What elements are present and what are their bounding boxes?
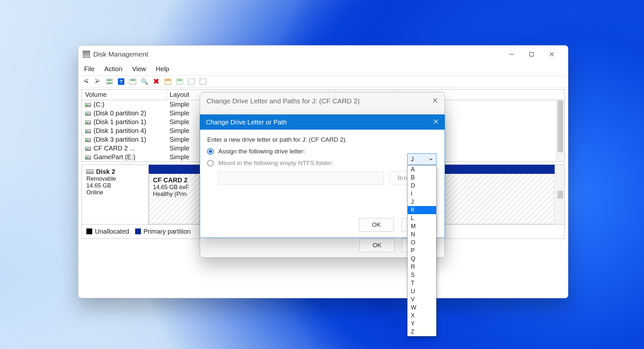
drive-letter-option[interactable]: W bbox=[408, 304, 436, 312]
chevron-down-icon bbox=[429, 156, 433, 163]
app-icon bbox=[83, 51, 90, 58]
svg-rect-1 bbox=[530, 52, 534, 56]
drive-letter-option[interactable]: M bbox=[408, 222, 436, 230]
volume-icon bbox=[85, 138, 91, 142]
drive-letter-option[interactable]: U bbox=[408, 287, 436, 295]
graph-scrollbar[interactable] bbox=[556, 165, 564, 224]
drive-letter-option[interactable]: I bbox=[408, 190, 436, 198]
drive-letter-option[interactable]: V bbox=[408, 295, 436, 304]
label-assign-letter: Assign the following drive letter: bbox=[218, 148, 305, 155]
dialog2-prompt: Enter a new drive letter or path for J: … bbox=[207, 136, 437, 143]
drive-letter-option[interactable]: S bbox=[408, 271, 436, 279]
radio-assign-letter[interactable] bbox=[207, 148, 214, 155]
drive-letter-option[interactable]: K bbox=[408, 206, 436, 214]
label-mount-folder: Mount in the following empty NTFS folder… bbox=[218, 160, 333, 167]
partition-health: Healthy (Prin bbox=[153, 191, 187, 197]
drive-letter-option[interactable]: P bbox=[408, 247, 436, 255]
drive-letter-dropdown[interactable]: ABDIJKLMNOPQRSTUVWXYZ bbox=[407, 165, 436, 336]
menu-view[interactable]: View bbox=[132, 65, 146, 73]
disk-info[interactable]: Disk 2 Removable 14.65 GB Online bbox=[82, 165, 149, 224]
menu-action[interactable]: Action bbox=[104, 65, 122, 73]
disk-type: Removable bbox=[86, 175, 144, 182]
dialog2-title: Change Drive Letter or Path bbox=[206, 119, 287, 126]
dialog1-ok-button[interactable]: OK bbox=[360, 239, 395, 252]
toolbar: ⮘ ⮚ ? 🔍 ✖ bbox=[78, 76, 568, 87]
radio-mount-folder[interactable] bbox=[207, 160, 214, 166]
drive-letter-option[interactable]: O bbox=[408, 239, 436, 247]
action3-icon[interactable] bbox=[187, 77, 196, 86]
drive-letter-option[interactable]: A bbox=[408, 165, 436, 174]
menu-help[interactable]: Help bbox=[156, 65, 169, 73]
list-scrollbar[interactable] bbox=[556, 100, 564, 162]
minimize-button[interactable] bbox=[508, 50, 515, 58]
panel-icon[interactable] bbox=[105, 77, 114, 86]
volume-icon bbox=[85, 103, 91, 107]
disk-title: Disk 2 bbox=[96, 168, 115, 175]
drive-letter-option[interactable]: X bbox=[408, 312, 436, 320]
maximize-button[interactable] bbox=[528, 50, 536, 58]
drive-letter-value: J bbox=[411, 156, 414, 163]
drive-letter-option[interactable]: J bbox=[408, 198, 436, 206]
dialog2-close-icon[interactable] bbox=[433, 119, 439, 126]
refresh-icon[interactable] bbox=[128, 77, 137, 86]
delete-icon[interactable]: ✖ bbox=[152, 77, 161, 86]
disk-size: 14.65 GB bbox=[86, 182, 144, 189]
disk-status: Online bbox=[86, 189, 144, 196]
drive-letter-option[interactable]: Y bbox=[408, 320, 436, 328]
partition-name: CF CARD 2 bbox=[153, 176, 188, 184]
drive-letter-option[interactable]: R bbox=[408, 263, 436, 271]
window-title: Disk Management bbox=[93, 50, 148, 58]
help-icon[interactable]: ? bbox=[117, 77, 126, 86]
legend-primary: Primary partition bbox=[135, 228, 191, 235]
legend-unallocated: Unallocated bbox=[86, 228, 129, 235]
disk-icon bbox=[86, 169, 94, 174]
drive-letter-option[interactable]: Q bbox=[408, 255, 436, 263]
properties-icon[interactable]: 🔍 bbox=[140, 77, 149, 86]
forward-icon[interactable]: ⮚ bbox=[93, 77, 102, 86]
dialog1-title: Change Drive Letter and Paths for J: (CF… bbox=[207, 97, 360, 105]
dialog1-close-icon[interactable] bbox=[432, 97, 438, 105]
mount-path-input[interactable] bbox=[218, 172, 384, 185]
menu-bar: File Action View Help bbox=[78, 63, 568, 76]
titlebar: Disk Management bbox=[78, 45, 568, 63]
action2-icon[interactable] bbox=[175, 77, 184, 86]
volume-icon bbox=[85, 129, 91, 133]
drive-letter-option[interactable]: Z bbox=[408, 328, 436, 336]
volume-icon bbox=[85, 156, 91, 160]
volume-icon bbox=[85, 112, 91, 116]
drive-letter-option[interactable]: T bbox=[408, 279, 436, 287]
dialog2-ok-button[interactable]: OK bbox=[359, 218, 394, 232]
drive-letter-combo[interactable]: J bbox=[407, 153, 436, 165]
col-volume[interactable]: Volume bbox=[82, 90, 166, 100]
drive-letter-option[interactable]: L bbox=[408, 214, 436, 222]
action1-icon[interactable] bbox=[163, 77, 172, 86]
partition-line: 14.65 GB exF bbox=[153, 184, 189, 190]
volume-icon bbox=[85, 121, 91, 124]
volume-icon bbox=[85, 147, 91, 151]
drive-letter-option[interactable]: B bbox=[408, 174, 436, 182]
back-icon[interactable]: ⮘ bbox=[82, 77, 91, 86]
drive-letter-option[interactable]: N bbox=[408, 230, 436, 239]
close-button[interactable] bbox=[548, 50, 556, 58]
drive-letter-option[interactable]: D bbox=[408, 182, 436, 190]
menu-file[interactable]: File bbox=[84, 65, 95, 73]
action4-icon[interactable] bbox=[198, 77, 208, 86]
